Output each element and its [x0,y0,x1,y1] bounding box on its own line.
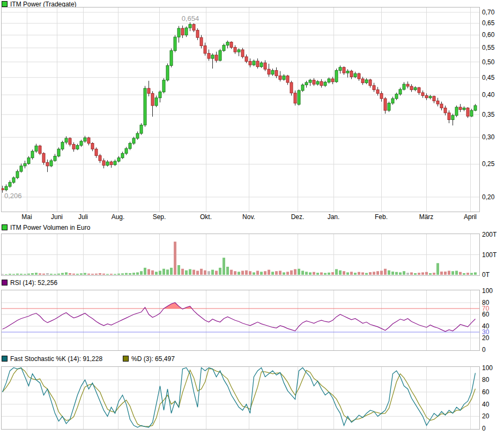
stochastic-panel[interactable] [1,366,480,430]
rsi-axis-tick: 0 [482,346,503,354]
stochastic-axis-tick: 20 [482,412,503,420]
price-axis-tick: 0,20 [482,193,503,201]
x-axis-month-label: März [419,213,434,221]
x-axis-month-label: Mai [21,213,32,221]
rsi-legend-label: RSI (14): 52,256 [10,279,57,287]
price-axis-tick: 0,60 [482,31,503,39]
x-axis-month-label: Jan. [328,213,340,221]
x-axis-month-label: April [464,213,477,221]
price-axis-tick: 0,45 [482,74,503,81]
rsi-axis-tick: 20 [482,334,503,342]
stochastic-d-label: %D (3): 65,497 [131,355,175,363]
x-axis-month-label: Okt. [200,213,212,221]
x-axis-month-label: Juni [51,213,63,221]
x-axis-month-label: Nov. [242,213,255,221]
volume-legend: ITM Power Volumen in Euro [2,224,90,231]
volume-axis-tick: 0T [482,271,503,279]
price-axis-tick: 0,70 [482,9,503,16]
x-axis-month-label: Sep. [153,213,166,221]
rsi-panel[interactable] [1,290,480,351]
stochastic-k-swatch-icon [2,356,8,362]
chart-window: ITM Power (Tradegate) 0,654 0,206 MaiJun… [0,0,504,436]
stochastic-axis-tick: 60 [482,388,503,396]
price-axis-tick: 0,65 [482,19,503,27]
price-chart-canvas[interactable] [2,7,479,212]
stochastic-axis-tick: 0 [482,425,503,432]
price-panel[interactable] [1,7,480,212]
rsi-chart-canvas[interactable] [2,290,479,350]
volume-chart-canvas[interactable] [2,234,479,275]
rsi-axis-tick: 100 [482,287,503,295]
volume-axis-tick: 100T [482,251,503,259]
rsi-axis-tick: 60 [482,311,503,318]
low-annotation: 0,206 [4,192,22,200]
price-axis-tick: 0,35 [482,111,503,118]
price-axis-tick: 0,50 [482,58,503,66]
rsi-legend-swatch-icon [2,280,8,285]
stochastic-k-label: Fast Stochastic %K (14): 91,228 [10,355,102,363]
x-axis-month-label: Feb. [375,213,388,221]
price-axis-tick: 0,40 [482,91,503,99]
volume-legend-swatch-icon [2,224,8,230]
volume-legend-label: ITM Power Volumen in Euro [10,224,90,231]
volume-panel[interactable] [1,234,480,276]
x-axis-month-label: Aug. [112,213,125,221]
stochastic-axis-tick: 100 [482,364,503,372]
price-axis-tick: 0,30 [482,133,503,141]
stochastic-d-swatch-icon [123,356,129,362]
x-axis-month-label: Juli [78,213,88,221]
volume-axis-tick: 200T [482,231,503,238]
high-annotation: 0,654 [178,14,203,22]
price-legend-swatch-icon [2,1,8,7]
x-axis-month-label: Dez. [291,213,305,221]
price-axis-tick: 0,55 [482,44,503,51]
stochastic-axis-tick: 40 [482,401,503,408]
stochastic-axis-tick: 80 [482,376,503,384]
price-axis-tick: 0,25 [482,160,503,168]
stochastic-chart-canvas[interactable] [2,367,479,429]
rsi-legend: RSI (14): 52,256 [2,279,57,286]
stochastic-legend: Fast Stochastic %K (14): 91,228 %D (3): … [2,355,175,362]
